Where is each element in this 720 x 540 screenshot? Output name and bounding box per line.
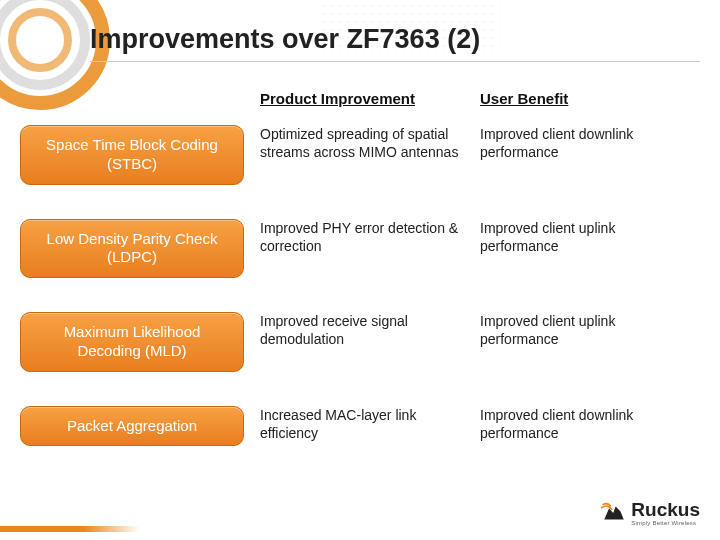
improvement-text: Improved receive signal demodulation <box>260 312 480 348</box>
improvement-text: Optimized spreading of spatial streams a… <box>260 125 480 161</box>
logo-tagline: Simply Better Wireless <box>631 520 700 526</box>
table-row: Low Density Parity Check (LDPC) Improved… <box>20 219 700 279</box>
slide-title: Improvements over ZF7363 (2) <box>90 24 700 62</box>
benefit-text: Improved client downlink performance <box>480 125 690 161</box>
improvement-text: Increased MAC-layer link efficiency <box>260 406 480 442</box>
table-row: Packet Aggregation Increased MAC-layer l… <box>20 406 700 447</box>
table-row: Space Time Block Coding (STBC) Optimized… <box>20 125 700 185</box>
benefit-text: Improved client uplink performance <box>480 312 690 348</box>
feature-pill-packet-aggregation: Packet Aggregation <box>20 406 244 447</box>
feature-table: Product Improvement User Benefit Space T… <box>20 90 700 480</box>
feature-pill-stbc: Space Time Block Coding (STBC) <box>20 125 244 185</box>
col-header-benefit: User Benefit <box>480 90 690 107</box>
feature-pill-ldpc: Low Density Parity Check (LDPC) <box>20 219 244 279</box>
improvement-text: Improved PHY error detection & correctio… <box>260 219 480 255</box>
footer-accent-bar <box>0 526 140 532</box>
logo-text: Ruckus <box>631 500 700 519</box>
table-header-row: Product Improvement User Benefit <box>20 90 700 107</box>
brand-logo: Ruckus Simply Better Wireless <box>601 500 700 526</box>
ruckus-dog-icon <box>601 500 627 526</box>
table-row: Maximum Likelihood Decoding (MLD) Improv… <box>20 312 700 372</box>
benefit-text: Improved client uplink performance <box>480 219 690 255</box>
footer: Ruckus Simply Better Wireless <box>16 482 704 532</box>
title-bar: Improvements over ZF7363 (2) <box>90 24 700 62</box>
col-header-improvement: Product Improvement <box>260 90 480 107</box>
benefit-text: Improved client downlink performance <box>480 406 690 442</box>
feature-pill-mld: Maximum Likelihood Decoding (MLD) <box>20 312 244 372</box>
